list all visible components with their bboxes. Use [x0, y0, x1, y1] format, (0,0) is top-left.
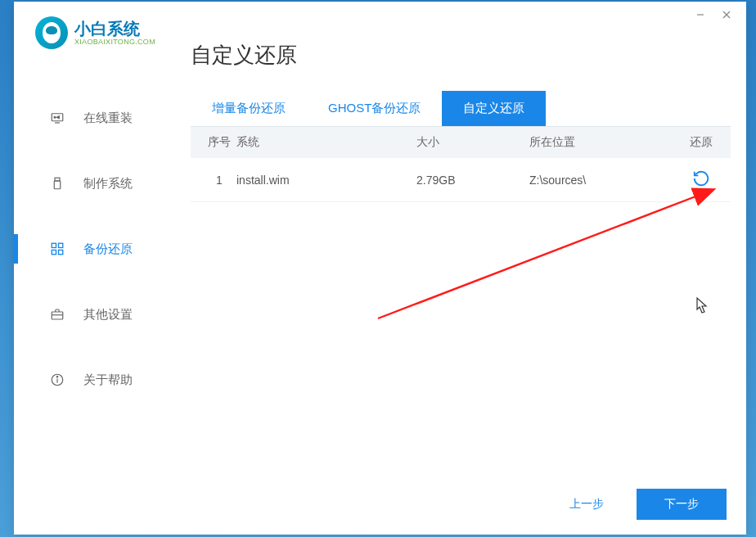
sidebar-item-about-help[interactable]: 关于帮助	[14, 347, 178, 413]
restore-icon[interactable]	[692, 169, 710, 187]
restore-table: 序号 系统 大小 所在位置 还原 1 install.wim 2.79GB Z:…	[191, 127, 731, 202]
usb-icon	[49, 175, 65, 192]
sidebar: 在线重装 制作系统 备份还原 其他设置 关于帮助	[14, 85, 178, 413]
svg-rect-9	[59, 243, 63, 247]
prev-button[interactable]: 上一步	[548, 489, 625, 520]
svg-rect-8	[52, 243, 56, 247]
svg-rect-10	[52, 250, 56, 255]
sidebar-item-label: 其他设置	[83, 307, 133, 323]
sidebar-item-online-reinstall[interactable]: 在线重装	[14, 85, 178, 151]
th-location: 所在位置	[529, 135, 683, 150]
footer-buttons: 上一步 下一步	[548, 489, 727, 520]
svg-point-16	[56, 377, 58, 378]
th-system: 系统	[236, 135, 416, 150]
tab-incremental-backup[interactable]: 增量备份还原	[191, 91, 307, 126]
logo: 小白系统 XIAOBAIXITONG.COM	[35, 16, 155, 49]
briefcase-icon	[49, 306, 65, 323]
close-button[interactable]	[713, 3, 740, 26]
page-title: 自定义还原	[191, 29, 746, 91]
th-size: 大小	[416, 135, 529, 150]
sidebar-item-label: 关于帮助	[83, 372, 133, 388]
application-window: 小白系统 XIAOBAIXITONG.COM 在线重装 制作系统 备份还原	[14, 2, 746, 535]
grid-icon	[49, 241, 65, 257]
tab-custom-restore[interactable]: 自定义还原	[442, 91, 546, 126]
svg-rect-7	[54, 181, 61, 189]
table-header: 序号 系统 大小 所在位置 还原	[191, 127, 731, 158]
logo-title: 小白系统	[74, 20, 155, 38]
cell-system: install.wim	[236, 174, 416, 187]
main-content: 自定义还原 增量备份还原 GHOST备份还原 自定义还原 序号 系统 大小 所在…	[191, 29, 746, 535]
monitor-icon	[49, 110, 65, 126]
tab-ghost-backup[interactable]: GHOST备份还原	[307, 91, 442, 126]
sidebar-item-make-system[interactable]: 制作系统	[14, 151, 178, 216]
next-button[interactable]: 下一步	[637, 489, 727, 520]
sidebar-item-label: 制作系统	[83, 176, 133, 192]
logo-subtitle: XIAOBAIXITONG.COM	[74, 38, 155, 46]
sidebar-item-backup-restore[interactable]: 备份还原	[14, 216, 178, 282]
cell-location: Z:\sources\	[529, 174, 683, 187]
sidebar-item-other-settings[interactable]: 其他设置	[14, 282, 178, 347]
svg-point-5	[54, 116, 56, 118]
tabs: 增量备份还原 GHOST备份还原 自定义还原	[191, 91, 731, 127]
logo-icon	[35, 16, 68, 49]
info-icon	[49, 372, 65, 388]
th-index: 序号	[202, 135, 236, 150]
minimize-button[interactable]	[687, 3, 713, 26]
cell-size: 2.79GB	[416, 174, 529, 187]
cell-index: 1	[202, 174, 236, 187]
table-row[interactable]: 1 install.wim 2.79GB Z:\sources\	[191, 158, 731, 202]
th-restore: 还原	[683, 135, 719, 150]
svg-rect-11	[59, 250, 63, 255]
sidebar-item-label: 备份还原	[83, 241, 133, 257]
svg-rect-12	[52, 312, 63, 319]
sidebar-item-label: 在线重装	[83, 111, 133, 126]
